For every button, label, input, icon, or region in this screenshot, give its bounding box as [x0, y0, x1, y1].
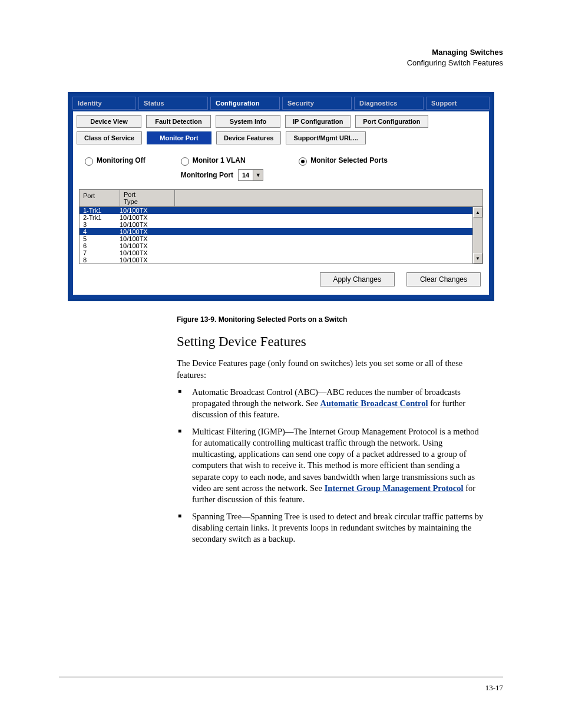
cell-port-type: 10/100TX	[116, 242, 167, 249]
radio-monitor-selected-ports[interactable]: Monitor Selected Ports	[299, 156, 388, 166]
config-panel: Device View Fault Detection System Info …	[72, 111, 490, 295]
main-tab-bar: Identity Status Configuration Security D…	[70, 94, 492, 110]
table-row[interactable]: 2-Trk110/100TX	[80, 214, 482, 221]
section-heading: Setting Device Features	[177, 334, 485, 350]
radio-monitor-vlan[interactable]: Monitor 1 VLAN	[181, 156, 264, 166]
subtab-class-of-service[interactable]: Class of Service	[77, 131, 142, 144]
figure-caption: Figure 13-9. Monitoring Selected Ports o…	[177, 315, 503, 324]
subtab-system-info[interactable]: System Info	[216, 115, 280, 128]
chevron-down-icon: ▼	[253, 170, 263, 180]
sub-tab-row-1: Device View Fault Detection System Info …	[73, 111, 489, 131]
table-row[interactable]: 310/100TX	[80, 221, 482, 228]
action-buttons: Apply Changes Clear Changes	[73, 264, 489, 289]
subtab-monitor-port[interactable]: Monitor Port	[147, 131, 211, 144]
tab-status[interactable]: Status	[138, 97, 208, 110]
cell-port-type: 10/100TX	[116, 221, 167, 228]
radio-label: Monitoring Off	[97, 156, 146, 164]
bullet-spanning-tree: Spanning Tree—Spanning Tree is used to d…	[177, 511, 485, 545]
cell-port-type: 10/100TX	[116, 214, 167, 221]
page-footer: 13-17	[59, 677, 503, 693]
link-abc[interactable]: Automatic Broadcast Control	[320, 398, 428, 408]
table-row[interactable]: 610/100TX	[80, 242, 482, 249]
cell-port-type: 10/100TX	[116, 207, 167, 214]
monitoring-port-row: Monitoring Port 14 ▼	[181, 169, 264, 181]
bullet-igmp: Multicast Filtering (IGMP)—The Internet …	[177, 426, 485, 505]
link-igmp[interactable]: Internet Group Management Protocol	[325, 483, 464, 493]
cell-port: 1-Trk1	[80, 207, 116, 214]
radio-icon	[85, 157, 93, 166]
tab-support[interactable]: Support	[426, 97, 490, 110]
radio-icon	[181, 157, 189, 166]
subtab-fault-detection[interactable]: Fault Detection	[146, 115, 211, 128]
monitoring-port-value: 14	[239, 171, 253, 179]
cell-port-type: 10/100TX	[116, 228, 167, 235]
port-grid-header: Port Port Type	[80, 190, 482, 207]
cell-port-type: 10/100TX	[116, 256, 167, 263]
table-row[interactable]: 510/100TX	[80, 235, 482, 242]
tab-diagnostics[interactable]: Diagnostics	[354, 97, 424, 110]
scroll-up-icon[interactable]: ▲	[473, 207, 482, 218]
cell-port: 8	[80, 256, 116, 263]
subtab-device-features[interactable]: Device Features	[216, 131, 281, 144]
radio-label: Monitor Selected Ports	[310, 156, 388, 164]
feature-bullets: Automatic Broadcast Control (ABC)—ABC re…	[177, 387, 485, 545]
cell-port: 5	[80, 235, 116, 242]
sub-tab-row-2: Class of Service Monitor Port Device Fea…	[73, 131, 489, 148]
monitor-mode-radios: Monitoring Off Monitor 1 VLAN Monitoring…	[73, 148, 489, 187]
scroll-down-icon[interactable]: ▼	[473, 253, 482, 263]
page-number: 13-17	[485, 683, 503, 692]
port-grid-body[interactable]: 1-Trk110/100TX2-Trk110/100TX310/100TX410…	[80, 207, 482, 263]
port-grid: Port Port Type 1-Trk110/100TX2-Trk110/10…	[79, 189, 483, 264]
port-grid-scrollbar[interactable]: ▲ ▼	[472, 207, 482, 263]
col-header-port-type: Port Type	[120, 190, 175, 206]
table-row[interactable]: 710/100TX	[80, 249, 482, 256]
tab-identity[interactable]: Identity	[72, 97, 136, 110]
cell-port: 3	[80, 221, 116, 228]
chapter-title: Managing Switches	[432, 48, 503, 57]
tab-security[interactable]: Security	[282, 97, 352, 110]
cell-port: 4	[80, 228, 116, 235]
section-title: Configuring Switch Features	[407, 58, 503, 67]
clear-changes-button[interactable]: Clear Changes	[406, 272, 481, 286]
cell-port: 2-Trk1	[80, 214, 116, 221]
switch-config-screenshot: Identity Status Configuration Security D…	[68, 92, 494, 301]
radio-icon	[299, 157, 307, 166]
cell-port-type: 10/100TX	[116, 249, 167, 256]
col-header-spacer	[175, 190, 482, 206]
subtab-support-url[interactable]: Support/Mgmt URL...	[286, 131, 365, 144]
intro-paragraph: The Device Features page (only found on …	[177, 358, 485, 380]
table-row[interactable]: 1-Trk110/100TX	[80, 207, 482, 214]
cell-port: 6	[80, 242, 116, 249]
radio-label: Monitor 1 VLAN	[193, 156, 246, 164]
tab-configuration[interactable]: Configuration	[210, 97, 280, 110]
bullet-abc: Automatic Broadcast Control (ABC)—ABC re…	[177, 387, 485, 420]
cell-port-type: 10/100TX	[116, 235, 167, 242]
apply-changes-button[interactable]: Apply Changes	[320, 272, 395, 286]
subtab-port-config[interactable]: Port Configuration	[355, 115, 428, 128]
subtab-device-view[interactable]: Device View	[77, 115, 141, 128]
col-header-port: Port	[80, 190, 120, 206]
cell-port: 7	[80, 249, 116, 256]
radio-monitoring-off[interactable]: Monitoring Off	[85, 156, 146, 166]
monitoring-port-select[interactable]: 14 ▼	[238, 169, 263, 181]
subtab-ip-config[interactable]: IP Configuration	[285, 115, 351, 128]
table-row[interactable]: 410/100TX	[80, 228, 482, 235]
monitoring-port-label: Monitoring Port	[181, 171, 233, 179]
running-header: Managing Switches Configuring Switch Fea…	[59, 47, 503, 68]
table-row[interactable]: 810/100TX	[80, 256, 482, 263]
